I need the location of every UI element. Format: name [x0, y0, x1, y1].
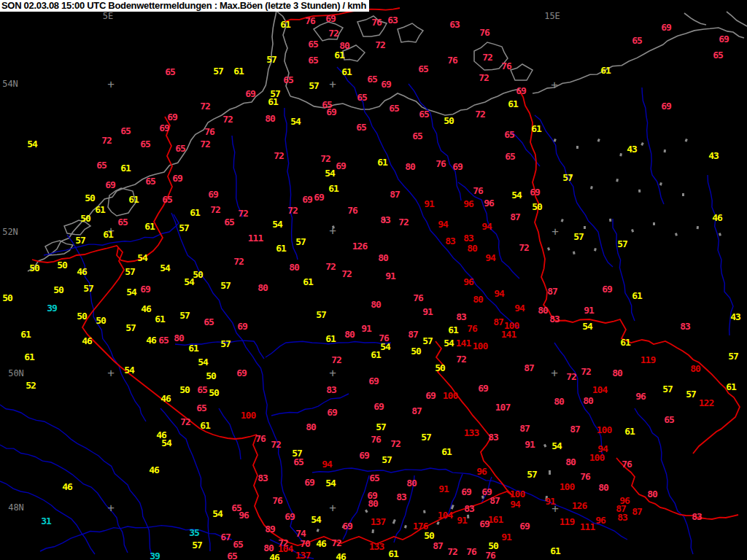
- station-gust-value: 61: [632, 290, 642, 301]
- station-gust-value: 87: [411, 405, 422, 416]
- station-gust-value: 87: [433, 540, 443, 551]
- station-gust-value: 61: [377, 157, 387, 168]
- terrain-speckle: [653, 222, 655, 225]
- station-gust-value: 65: [713, 50, 723, 61]
- station-gust-value: 80: [378, 252, 388, 263]
- station-gust-value: 72: [331, 354, 341, 365]
- station-gust-value: 65: [117, 217, 128, 228]
- station-gust-value: 83: [692, 511, 702, 522]
- station-gust-value: 80: [538, 305, 548, 316]
- station-gust-value: 54: [27, 139, 37, 149]
- station-gust-value: 83: [617, 512, 627, 523]
- station-gust-value: 46: [160, 393, 171, 404]
- station-gust-value: 57: [382, 454, 392, 465]
- station-gust-value: 80: [473, 294, 483, 305]
- station-gust-value: 91: [438, 483, 449, 494]
- terrain-speckle: [659, 182, 662, 186]
- station-gust-value: 96: [595, 515, 605, 526]
- station-gust-value: 72: [566, 371, 576, 382]
- station-gust-value: 50: [424, 530, 434, 541]
- station-gust-value: 57: [192, 540, 202, 551]
- station-gust-value: 72: [581, 366, 591, 377]
- station-gust-value: 50: [193, 269, 203, 280]
- station-gust-value: 65: [140, 139, 150, 149]
- station-gust-value: 69: [105, 179, 115, 190]
- station-gust-value: 94: [514, 303, 525, 314]
- station-gust-value: 65: [204, 316, 214, 327]
- grid-cross-icon: +: [107, 501, 115, 515]
- station-gust-value: 69: [342, 521, 352, 532]
- station-gust-value: 61: [328, 183, 338, 194]
- station-gust-value: 87: [408, 329, 418, 340]
- station-gust-value: 65: [412, 131, 422, 141]
- station-gust-value: 54: [325, 478, 336, 489]
- station-gust-value: 65: [196, 402, 206, 413]
- terrain-speckle: [547, 247, 550, 251]
- station-gust-value: 52: [26, 380, 36, 391]
- station-gust-value: 87: [493, 316, 503, 327]
- station-gust-value: 91: [361, 323, 371, 334]
- station-gust-value: 57: [617, 238, 627, 249]
- station-gust-value: 57: [295, 236, 306, 247]
- station-gust-value: 80: [406, 478, 417, 489]
- station-gust-value: 50: [411, 346, 421, 357]
- station-gust-value: 46: [82, 335, 92, 346]
- station-gust-value: 76: [371, 17, 382, 28]
- station-gust-value: 80: [289, 262, 299, 273]
- station-gust-value: 61: [550, 545, 560, 556]
- station-gust-value: 50: [53, 284, 63, 295]
- station-gust-value: 61: [103, 229, 113, 240]
- station-gust-value: 76: [501, 61, 511, 71]
- country-borders-path: [436, 341, 513, 496]
- station-gust-value: 133: [464, 427, 479, 438]
- station-gust-value: 80: [174, 332, 184, 343]
- station-gust-value: 69: [172, 173, 182, 184]
- station-gust-value: 61: [325, 333, 336, 344]
- station-gust-value: 100: [589, 452, 604, 463]
- station-gust-value: 72: [328, 28, 338, 39]
- terrain-speckle: [609, 219, 611, 222]
- station-gust-value: 83: [549, 314, 560, 324]
- terrain-speckle: [631, 229, 634, 233]
- station-gust-value: 57: [422, 335, 433, 346]
- station-gust-value: 65: [664, 414, 674, 425]
- station-gust-value: 57: [728, 351, 738, 362]
- terrain-speckle: [597, 139, 600, 142]
- station-gust-value: 72: [341, 268, 352, 279]
- station-gust-value: 63: [449, 19, 460, 30]
- station-gust-value: 80: [371, 299, 381, 310]
- station-gust-value: 65: [120, 125, 131, 136]
- station-gust-value: 54: [212, 508, 222, 519]
- station-gust-value: 69: [327, 407, 337, 418]
- coastlines-path: [727, 12, 747, 26]
- station-gust-value: 61: [233, 66, 244, 77]
- station-gust-value: 46: [141, 303, 151, 314]
- station-gust-value: 76: [204, 126, 214, 137]
- station-gust-value: 54: [290, 116, 301, 127]
- grid-cross-icon: +: [329, 366, 336, 380]
- station-gust-value: 46: [316, 538, 326, 549]
- station-gust-value: 80: [265, 113, 275, 124]
- station-gust-value: 126: [352, 241, 367, 252]
- station-gust-value: 80: [258, 282, 268, 293]
- terrain-speckle: [619, 153, 622, 156]
- station-gust-value: 111: [580, 521, 595, 532]
- station-gust-value: 54: [161, 438, 171, 448]
- station-gust-value: 69: [208, 189, 218, 200]
- station-gust-value: 137: [371, 516, 385, 527]
- station-gust-value: 76: [473, 185, 483, 196]
- station-gust-value: 72: [331, 537, 341, 548]
- station-gust-value: 80: [344, 329, 355, 340]
- station-gust-value: 104: [278, 543, 293, 554]
- rivers-path: [0, 405, 152, 556]
- station-gust-value: 122: [699, 397, 713, 408]
- grid-cross-icon: +: [107, 366, 115, 380]
- grid-coordinate-label: 52N: [2, 227, 18, 237]
- station-gust-value: 61: [620, 337, 630, 348]
- station-gust-value: 72: [238, 208, 248, 219]
- station-gust-value: 76: [436, 158, 446, 169]
- station-gust-value: 72: [200, 139, 210, 149]
- station-gust-value: 65: [418, 63, 428, 74]
- station-gust-value: 76: [447, 55, 457, 66]
- station-gust-value: 61: [24, 351, 34, 362]
